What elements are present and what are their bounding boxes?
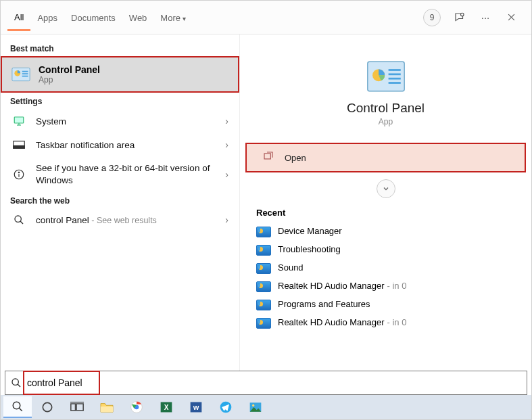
- svg-line-26: [18, 384, 20, 387]
- recent-item-label: Sound: [278, 262, 304, 273]
- cp-item-icon: [256, 300, 270, 309]
- recent-item-label: Programs and Features: [278, 299, 370, 309]
- svg-line-17: [20, 221, 23, 224]
- taskbar-chrome[interactable]: [122, 396, 151, 418]
- recent-item[interactable]: Device Manager: [240, 222, 531, 240]
- svg-rect-22: [388, 78, 400, 80]
- taskbar-excel[interactable]: X: [152, 396, 180, 418]
- svg-text:X: X: [164, 404, 169, 411]
- chevron-down-icon: ▾: [183, 15, 186, 22]
- close-icon[interactable]: [504, 11, 518, 24]
- chevron-right-icon: ›: [225, 116, 228, 126]
- open-icon: [263, 151, 275, 164]
- taskbar-search[interactable]: [3, 396, 32, 418]
- svg-point-16: [15, 216, 21, 222]
- svg-rect-8: [14, 117, 24, 123]
- svg-point-42: [252, 404, 254, 406]
- chevron-right-icon: ›: [225, 214, 228, 225]
- open-action[interactable]: Open: [245, 143, 526, 172]
- tab-more[interactable]: More▾: [153, 5, 193, 30]
- settings-system[interactable]: System ›: [1, 109, 239, 133]
- row-label: control Panel - See web results: [36, 215, 225, 225]
- search-input[interactable]: [27, 377, 521, 388]
- results-panel: Best match Control Panel App Settings Sy…: [1, 34, 240, 419]
- settings-label: Settings: [1, 93, 239, 109]
- svg-rect-5: [22, 71, 28, 72]
- cp-item-icon: [256, 318, 270, 327]
- svg-rect-24: [264, 154, 270, 159]
- taskbar-telegram[interactable]: [212, 396, 240, 418]
- svg-rect-23: [388, 82, 400, 84]
- chevron-right-icon: ›: [225, 139, 228, 150]
- preview-panel: Control Panel App Open Recent Device Man…: [240, 34, 531, 419]
- recent-item-label: Troubleshooting: [278, 244, 341, 254]
- info-icon: [11, 168, 26, 181]
- best-match-sub: App: [39, 75, 100, 85]
- row-label: System: [36, 116, 225, 126]
- svg-rect-21: [388, 73, 400, 75]
- more-options-icon[interactable]: ···: [479, 11, 492, 24]
- best-match-label: Best match: [1, 40, 239, 56]
- open-label: Open: [285, 153, 306, 163]
- recent-label: Recent: [240, 198, 531, 222]
- svg-rect-33: [101, 406, 113, 412]
- settings-taskbar-area[interactable]: Taskbar notification area ›: [1, 133, 239, 156]
- recent-item[interactable]: Programs and Features: [240, 295, 531, 313]
- web-result[interactable]: control Panel - See web results ›: [1, 208, 239, 231]
- svg-point-0: [461, 13, 464, 16]
- notification-badge[interactable]: 9: [423, 9, 441, 26]
- recent-item-suffix: - in 0: [387, 317, 407, 327]
- svg-rect-12: [14, 146, 25, 149]
- cp-item-icon: [256, 245, 270, 254]
- web-label: Search the web: [1, 192, 239, 208]
- settings-bit-version[interactable]: See if you have a 32-bit or 64-bit versi…: [1, 156, 239, 192]
- row-label: See if you have a 32-bit or 64-bit versi…: [36, 162, 225, 186]
- recent-item[interactable]: Realtek HD Audio Manager - in 0: [240, 277, 531, 295]
- cp-item-icon: [256, 227, 270, 236]
- preview-title: Control Panel: [240, 101, 531, 116]
- recent-item[interactable]: Realtek HD Audio Manager - in 0: [240, 313, 531, 331]
- taskbar-icon: [11, 140, 26, 149]
- search-tabs: All Apps Documents Web More▾ 9 ···: [1, 1, 531, 34]
- taskbar: X W: [1, 395, 531, 419]
- svg-rect-30: [71, 404, 76, 411]
- best-match-result[interactable]: Control Panel App: [1, 56, 239, 93]
- tab-all[interactable]: All: [7, 4, 30, 31]
- search-icon: [11, 377, 22, 388]
- search-box[interactable]: [5, 371, 527, 395]
- svg-rect-31: [76, 404, 83, 411]
- expand-button[interactable]: [377, 179, 395, 198]
- recent-item[interactable]: Sound: [240, 258, 531, 277]
- recent-item[interactable]: Troubleshooting: [240, 240, 531, 258]
- taskbar-taskview[interactable]: [63, 396, 91, 418]
- control-panel-icon: [11, 65, 30, 84]
- cp-item-icon: [256, 281, 270, 291]
- recent-item-label: Realtek HD Audio Manager: [278, 281, 385, 291]
- recent-item-label: Device Manager: [278, 226, 342, 236]
- tab-web[interactable]: Web: [122, 5, 154, 30]
- chevron-right-icon: ›: [225, 169, 228, 180]
- row-label: Taskbar notification area: [36, 140, 225, 150]
- taskbar-explorer[interactable]: [93, 396, 121, 418]
- svg-point-27: [13, 402, 20, 409]
- taskbar-cortana[interactable]: [33, 396, 62, 418]
- recent-item-label: Realtek HD Audio Manager: [278, 317, 385, 327]
- svg-point-15: [18, 172, 20, 173]
- svg-point-25: [12, 379, 18, 385]
- svg-rect-20: [388, 69, 400, 71]
- search-icon: [11, 214, 26, 225]
- preview-sub: App: [240, 117, 531, 126]
- taskbar-word[interactable]: W: [182, 396, 210, 418]
- control-panel-icon-large: [366, 60, 406, 93]
- svg-line-28: [19, 408, 22, 411]
- cp-item-icon: [256, 263, 270, 273]
- svg-text:W: W: [193, 404, 199, 411]
- tab-apps[interactable]: Apps: [30, 5, 64, 30]
- feedback-icon[interactable]: [453, 11, 466, 24]
- recent-item-suffix: - in 0: [387, 281, 407, 291]
- svg-point-29: [43, 402, 51, 411]
- taskbar-photos[interactable]: [241, 396, 270, 418]
- monitor-icon: [11, 115, 26, 127]
- tab-documents[interactable]: Documents: [64, 5, 122, 30]
- svg-rect-7: [22, 76, 28, 77]
